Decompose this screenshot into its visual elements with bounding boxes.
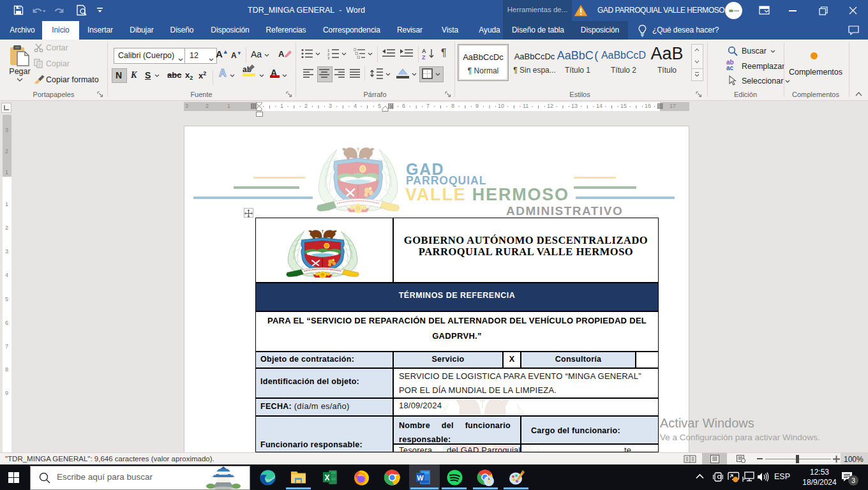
svg-text:A: A xyxy=(422,48,426,54)
svg-text:Z: Z xyxy=(422,54,426,60)
svg-text:3: 3 xyxy=(327,56,330,59)
svg-text:X: X xyxy=(324,473,329,482)
svg-text:W: W xyxy=(417,474,424,482)
